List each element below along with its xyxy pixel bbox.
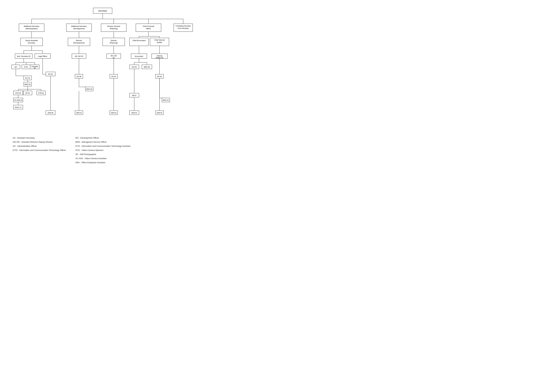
legend-item-vco: VCO - Video Camera Operaror bbox=[75, 148, 131, 152]
org-chart: Secretary Additional Secretary (Administ… bbox=[3, 3, 218, 126]
svg-text:AD / AD 03: AD / AD 03 bbox=[75, 55, 83, 57]
svg-text:ICTA 01: ICTA 01 bbox=[38, 92, 44, 94]
svg-text:DO 01: DO 01 bbox=[48, 73, 53, 75]
svg-text:Internal: Internal bbox=[157, 55, 162, 57]
svg-text:DO 02: DO 02 bbox=[157, 76, 162, 77]
svg-text:DO 10: DO 10 bbox=[25, 77, 30, 79]
legend-item-vcass: VC ASS - Video Camera Assistant bbox=[75, 156, 131, 161]
svg-text:Director General: Director General bbox=[107, 25, 120, 27]
svg-text:ICTO: ICTO bbox=[24, 66, 28, 68]
legend-item-addd: AD/ DD - Assistant Director/ Deputy Dire… bbox=[13, 140, 66, 144]
svg-text:(Planning): (Planning) bbox=[110, 42, 118, 44]
svg-text:OEA 01: OEA 01 bbox=[132, 112, 137, 114]
svg-text:VC ASS 01: VC ASS 01 bbox=[14, 99, 22, 101]
svg-text:Chief Accountant: Chief Accountant bbox=[132, 40, 145, 41]
svg-text:Driver 11: Driver 11 bbox=[15, 106, 22, 108]
svg-rect-38 bbox=[130, 38, 148, 46]
legend: AS - Assistant Secretary AD/ DD - Assist… bbox=[3, 133, 218, 168]
legend-item-icta: ICTA - Information and Communication Tec… bbox=[75, 144, 131, 148]
svg-text:Additional Secretary: Additional Secretary bbox=[71, 25, 87, 27]
svg-text:Chief Financial: Chief Financial bbox=[143, 25, 154, 27]
add-sec-admin-label: Additional Secretary bbox=[24, 25, 40, 27]
svg-text:DO 03: DO 03 bbox=[132, 66, 137, 68]
svg-text:VCO 01: VCO 01 bbox=[15, 92, 21, 94]
svg-text:Director: Director bbox=[76, 40, 82, 41]
svg-text:OEA 06: OEA 06 bbox=[48, 112, 53, 114]
svg-text:DO 04: DO 04 bbox=[111, 76, 116, 77]
svg-text:Chief Internal: Chief Internal bbox=[154, 39, 165, 41]
svg-text:02: 02 bbox=[34, 67, 36, 69]
legend-right: DO - Development Officer MSO - Managment… bbox=[75, 136, 131, 165]
svg-text:Senior Assistant: Senior Assistant bbox=[25, 40, 38, 41]
svg-text:MSO 02: MSO 02 bbox=[86, 88, 92, 90]
svg-text:OEA 01: OEA 01 bbox=[76, 112, 82, 114]
svg-text:01: 01 bbox=[113, 57, 115, 59]
legend-item-ao: AO - Administrative Officer bbox=[13, 144, 66, 148]
svg-text:SP 01: SP 01 bbox=[25, 92, 30, 94]
svg-text:AA 01: AA 01 bbox=[132, 94, 136, 96]
svg-text:MSO 01: MSO 01 bbox=[163, 99, 169, 101]
legend-item-sp: SP - Still Photographer bbox=[75, 152, 131, 156]
svg-text:OEA 01: OEA 01 bbox=[157, 112, 162, 114]
svg-text:Accountant: Accountant bbox=[135, 55, 143, 57]
legend-item-as: AS - Assistant Secretary bbox=[13, 136, 66, 140]
svg-text:Auditor: Auditor bbox=[157, 41, 162, 43]
svg-text:Secretary: Secretary bbox=[28, 42, 35, 44]
legend-item-do: DO - Development Officer bbox=[75, 136, 131, 140]
svg-text:(Development): (Development) bbox=[73, 42, 85, 44]
svg-text:Legal Officer: Legal Officer bbox=[38, 55, 47, 57]
svg-text:(Development): (Development) bbox=[73, 28, 85, 29]
svg-text:MSO 05: MSO 05 bbox=[144, 66, 150, 68]
svg-text:Asst. Secretary 02: Asst. Secretary 02 bbox=[17, 55, 30, 57]
svg-text:DO 06: DO 06 bbox=[76, 76, 82, 77]
legend-left: AS - Assistant Secretary AD/ DD - Assist… bbox=[13, 136, 66, 165]
svg-text:OEA 01: OEA 01 bbox=[111, 112, 117, 114]
svg-text:(Planning): (Planning) bbox=[110, 28, 118, 29]
legend-item-mso: MSO - Managment Service Officer bbox=[75, 140, 131, 144]
svg-text:AO: AO bbox=[14, 66, 17, 68]
svg-text:Cordinating Secretary: Cordinating Secretary bbox=[176, 25, 191, 27]
svg-text:to the Secretary: to the Secretary bbox=[178, 28, 189, 29]
legend-item-icto: ICTO - Information and Communication Tec… bbox=[13, 148, 66, 152]
svg-text:(Administration): (Administration) bbox=[25, 28, 38, 29]
legend-item-oea: OEA - Office Employee Assistant bbox=[75, 161, 131, 165]
svg-text:AD / DD: AD / DD bbox=[111, 55, 117, 57]
svg-text:MSO 05: MSO 05 bbox=[25, 84, 31, 85]
svg-text:Officer: Officer bbox=[146, 28, 151, 29]
svg-text:Auditor 02: Auditor 02 bbox=[156, 57, 163, 59]
secretary-label: Secretary bbox=[98, 10, 107, 12]
svg-text:Director: Director bbox=[111, 40, 117, 41]
